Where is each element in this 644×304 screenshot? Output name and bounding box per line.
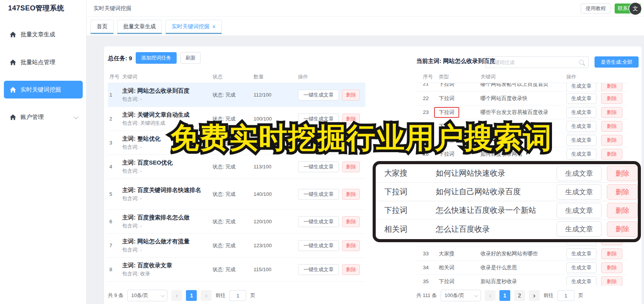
generate-article-button[interactable]: 一键生成文章: [298, 161, 339, 172]
delete-button[interactable]: 删除: [601, 93, 622, 104]
goto-page-input[interactable]: [229, 290, 246, 301]
delete-button[interactable]: 删除: [342, 240, 360, 251]
keyword-actions: 生成文章 删除: [566, 149, 627, 160]
keyword-row[interactable]: 21 下拉词 哪个网站发帖可以上百度首页 生成文章 删除: [416, 83, 627, 92]
delete-button[interactable]: 删除: [601, 248, 622, 259]
keyword-actions: 生成文章 删除: [566, 276, 627, 286]
delete-button[interactable]: 删除: [342, 161, 360, 172]
total-count-label: 共 9 条: [108, 292, 123, 299]
generate-all-button[interactable]: 是否生成:全部: [595, 56, 639, 68]
column-header-keyword: 关键词: [480, 73, 566, 80]
tab-label: 实时关键词挖掘: [172, 23, 210, 30]
sidebar-item-account[interactable]: 账户管理: [4, 108, 83, 126]
delete-button[interactable]: 删除: [607, 184, 638, 200]
delete-button[interactable]: 删除: [601, 121, 622, 132]
delete-button[interactable]: 删除: [601, 242, 622, 245]
keyword-row[interactable]: 33 大家搜 收录好的发帖网站有哪些 生成文章 删除: [416, 247, 627, 261]
page-size-select[interactable]: 10条/页: [127, 290, 167, 301]
next-page-button[interactable]: ›: [201, 290, 211, 301]
task-main-word: 主词: 百度搜索排名怎么做: [122, 213, 213, 222]
goto-page-input[interactable]: [557, 290, 574, 301]
task-keyword-cell: 主词: 百度SEO优化 包含词: -: [122, 158, 213, 175]
delete-button[interactable]: 删除: [342, 216, 360, 227]
task-row[interactable]: 4 主词: 百度SEO优化 包含词: - 状态: 完成 113/100 一键生成…: [108, 155, 365, 179]
keyword-row[interactable]: 23 下拉词 哪些平台发文容易被百度收录 生成文章 删除: [416, 105, 627, 119]
prev-page-button[interactable]: ‹: [171, 290, 182, 301]
refresh-button[interactable]: 刷新: [181, 52, 201, 64]
generate-article-button[interactable]: 生成文章: [566, 262, 596, 273]
generate-article-button[interactable]: 生成文章: [557, 166, 601, 181]
keyword-actions: 生成文章 删除: [566, 242, 627, 245]
keyword-filter-input[interactable]: [486, 59, 579, 65]
task-row[interactable]: 6 主词: 百度搜索排名怎么做 包含词: - 状态: 完成 120/100 一键…: [108, 210, 365, 234]
task-row[interactable]: 8 主词: 百度收录文章 包含词: 收录 状态: 完成 115/100 一键生成…: [108, 258, 365, 282]
keyword-row[interactable]: 22 下拉词 哪个网站百度收录快 生成文章 删除: [416, 92, 627, 105]
task-row[interactable]: 5 主词: 百度关键词排名快速排名 包含词: - 状态: 完成 140/100 …: [108, 179, 365, 210]
task-include-words: 包含词: -: [122, 95, 213, 104]
column-header-action: 操作: [566, 73, 627, 80]
delete-button[interactable]: 删除: [601, 107, 622, 118]
translate-extension-icon[interactable]: 文: [629, 3, 641, 15]
delete-button[interactable]: 删除: [607, 203, 638, 218]
page-button-1[interactable]: 1: [499, 290, 510, 301]
page-size-select[interactable]: 100条/页: [441, 290, 481, 301]
task-include-words: 包含词: 收录: [122, 270, 213, 278]
task-no: 8: [108, 267, 122, 272]
keyword-text: 怎么快速让百度收录一个新站: [436, 205, 557, 216]
delete-button[interactable]: 删除: [601, 149, 622, 160]
delete-button[interactable]: 删除: [342, 189, 360, 200]
tutorial-button[interactable]: 使用教程: [581, 3, 611, 14]
task-row[interactable]: 1 主词: 网站怎么收录到百度 包含词: - 状态: 完成 112/100 一键…: [108, 83, 365, 107]
task-status: 状态: 完成: [213, 218, 254, 225]
task-count: 115/100: [254, 267, 298, 272]
generate-article-button[interactable]: 生成文章: [557, 221, 601, 237]
generate-article-button[interactable]: 生成文章: [557, 184, 601, 200]
generate-article-button[interactable]: 生成文章: [566, 276, 596, 286]
keyword-row[interactable]: 35 下拉词 新站百度秒收录 生成文章 删除: [416, 275, 627, 286]
delete-button[interactable]: 删除: [607, 221, 638, 237]
delete-button[interactable]: 删除: [601, 262, 622, 273]
tab-realtime-keyword[interactable]: 实时关键词挖掘 ×: [165, 20, 222, 34]
add-task-button[interactable]: 添加挖词任务: [136, 52, 177, 64]
generate-article-button[interactable]: 生成文章: [566, 242, 596, 245]
keyword-no: 34: [423, 265, 439, 270]
generate-article-button[interactable]: 生成文章: [566, 121, 596, 132]
tab-batch-article[interactable]: 批量文章生成: [117, 20, 162, 34]
delete-button[interactable]: 删除: [601, 276, 622, 286]
generate-article-button[interactable]: 生成文章: [566, 93, 596, 104]
delete-button[interactable]: 删除: [342, 90, 360, 100]
generate-article-button[interactable]: 一键生成文章: [298, 264, 339, 275]
generate-article-button[interactable]: 一键生成文章: [298, 189, 339, 200]
generate-article-button[interactable]: 一键生成文章: [298, 240, 339, 251]
page-button-2[interactable]: 2: [514, 290, 525, 301]
sidebar-item-batch-article[interactable]: 批量文章生成: [4, 25, 83, 43]
tab-home[interactable]: 首页: [90, 20, 114, 34]
generate-article-button[interactable]: 生成文章: [566, 135, 596, 146]
task-keyword-cell: 主词: 网站怎么收录到百度 包含词: -: [122, 86, 213, 103]
task-row[interactable]: 7 主词: 网站怎么做才有流量 包含词: - 状态: 完成 123/100 一键…: [108, 234, 365, 258]
keyword-row[interactable]: 34 相关词 收录是什么意思 生成文章 删除: [416, 261, 627, 275]
keyword-actions: 生成文章 删除: [566, 248, 627, 259]
delete-button[interactable]: 删除: [607, 166, 638, 181]
prev-page-button[interactable]: ‹: [485, 290, 496, 301]
callout-row: 大家搜 如何让网站快速收录 生成文章 删除: [376, 164, 638, 183]
task-actions: 一键生成文章 删除: [298, 161, 365, 172]
generate-article-button[interactable]: 生成文章: [566, 248, 596, 259]
page-button-1[interactable]: 1: [186, 290, 197, 301]
generate-article-button[interactable]: 生成文章: [566, 149, 596, 160]
next-page-button[interactable]: ›: [529, 290, 540, 301]
generate-article-button[interactable]: 生成文章: [557, 203, 601, 218]
total-count-label: 共 111 条: [416, 292, 437, 299]
sidebar-item-batch-site[interactable]: 批量站点管理: [4, 53, 83, 71]
close-icon[interactable]: ×: [212, 24, 216, 29]
delete-button[interactable]: 删除: [601, 135, 622, 146]
sidebar-item-realtime-keyword[interactable]: 实时关键词挖掘: [4, 81, 83, 99]
keywords-table: 序号 类型 关键词 操作: [416, 71, 627, 83]
delete-button[interactable]: 删除: [601, 83, 622, 92]
generate-article-button[interactable]: 一键生成文章: [298, 216, 339, 227]
generate-article-button[interactable]: 一键生成文章: [298, 90, 339, 100]
generate-article-button[interactable]: 生成文章: [566, 83, 596, 92]
generate-article-button[interactable]: 生成文章: [566, 107, 596, 118]
delete-button[interactable]: 删除: [342, 264, 360, 275]
keyword-text: 如何让网站快速收录: [436, 168, 557, 178]
